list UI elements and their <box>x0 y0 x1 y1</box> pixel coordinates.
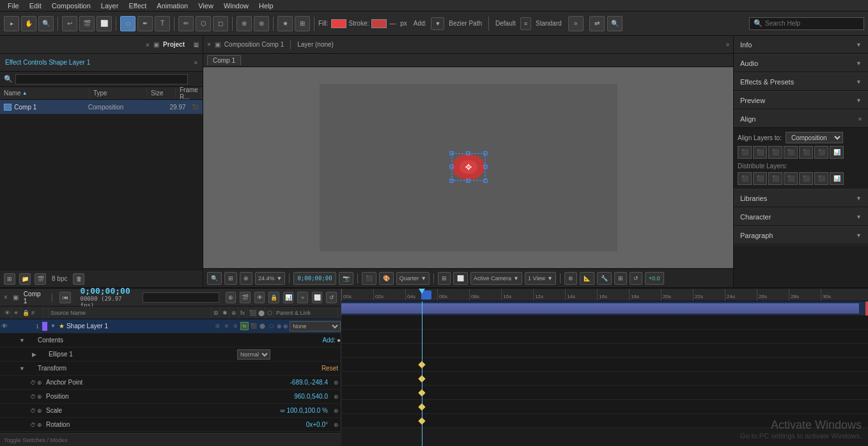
align-center-v-btn[interactable]: ⬛ <box>799 146 813 159</box>
tool-mask[interactable]: ⬜ <box>97 16 112 31</box>
search-help-box[interactable]: 🔍 <box>749 17 864 30</box>
tool-eraser[interactable]: ◻ <box>213 16 228 31</box>
magnification-btn[interactable]: 🔍 <box>207 272 222 285</box>
align-bar-chart-btn[interactable]: 📊 <box>830 146 844 159</box>
tl-hide-btn[interactable]: 👁 <box>254 292 265 303</box>
menu-composition[interactable]: Composition <box>47 0 96 12</box>
tool-camera[interactable]: 🎬 <box>79 16 95 31</box>
track-row[interactable] <box>341 400 868 414</box>
audio-section-header[interactable]: Audio ▼ <box>734 54 868 72</box>
dist-bar-chart-btn[interactable]: 📊 <box>830 172 844 185</box>
timecode-display[interactable]: 0;00;00;00 <box>80 286 134 296</box>
character-section-header[interactable]: Character ▼ <box>734 208 868 226</box>
effects-presets-header[interactable]: Effects & Presets ▼ <box>734 73 868 91</box>
table-row[interactable]: ⏱ ⊕ Anchor Point -689.0,-248.4 ⊛ <box>0 376 341 390</box>
tl-lock-btn[interactable]: 🔒 <box>268 292 279 303</box>
track-row[interactable] <box>341 358 868 372</box>
view-count-dropdown[interactable]: 1 View ▼ <box>525 272 556 285</box>
anchor-value[interactable]: -689.0,-248.4 <box>286 379 332 386</box>
table-row[interactable]: ⏱ ⊕ Position 960.0,540.0 ⊛ <box>0 390 341 404</box>
comp-panel-menu[interactable]: » <box>725 41 729 48</box>
layer-track-bar[interactable] <box>341 303 859 314</box>
pos-stopwatch[interactable]: ⏱ <box>28 392 37 401</box>
panel-close-btn[interactable]: × <box>146 41 150 49</box>
menu-window[interactable]: Window <box>219 0 254 12</box>
add-dropdown-btn[interactable]: ▼ <box>431 17 444 30</box>
dist-right-btn[interactable]: ⬛ <box>768 172 782 185</box>
tl-play-from-here[interactable]: ⏮ <box>59 292 71 303</box>
3d-btn[interactable]: ⊛ <box>564 272 577 285</box>
project-panel-menu[interactable]: ≡ <box>194 42 199 47</box>
scale-stopwatch[interactable]: ⏱ <box>28 406 37 415</box>
list-item[interactable]: Comp 1 Composition 29.97 ⬛ <box>0 100 203 114</box>
menu-help[interactable]: Help <box>254 0 279 12</box>
shape-layer-ellipse[interactable] <box>449 148 488 187</box>
contents-expand[interactable]: ▼ <box>19 337 27 344</box>
align-left-btn[interactable]: ⬛ <box>738 146 752 159</box>
panel-forward-btn[interactable]: » <box>194 59 198 66</box>
tool-text[interactable]: T <box>155 16 170 31</box>
menu-file[interactable]: File <box>3 0 24 12</box>
tool-brush[interactable]: ✏ <box>178 16 194 31</box>
menu-animation[interactable]: Animation <box>151 0 193 12</box>
tool-hand[interactable]: ✋ <box>21 16 36 31</box>
color-correct-btn[interactable]: 🎨 <box>379 272 394 285</box>
guides-btn[interactable]: 🔧 <box>597 272 612 285</box>
dist-center-v-btn[interactable]: ⬛ <box>799 172 813 185</box>
layer-ctrl-3[interactable]: ⊛ <box>231 322 240 330</box>
active-camera-dropdown[interactable]: Active Camera ▼ <box>470 272 522 285</box>
align-right-btn[interactable]: ⬛ <box>768 146 782 159</box>
comp-header-tab[interactable]: Composition Comp 1 <box>224 41 284 48</box>
rot-stop2[interactable]: ⊛ <box>332 420 341 429</box>
layer-ctrl-5[interactable]: ⬤ <box>258 322 267 330</box>
anchor-stopwatch[interactable]: ⏱ <box>28 378 37 387</box>
tool-clone[interactable]: ⬡ <box>196 16 211 31</box>
search-icon-toolbar[interactable]: 🔍 <box>607 16 623 31</box>
region-btn[interactable]: ⬜ <box>453 272 468 285</box>
layer-expand-chevron[interactable]: ▼ <box>50 323 56 329</box>
toggle-switches-bar[interactable]: Toggle Switches / Modes <box>0 433 341 446</box>
timecode-display[interactable]: 0;00;00;00 <box>293 272 336 285</box>
pos-value[interactable]: 960.0,540.0 <box>290 393 332 400</box>
quality-dropdown[interactable]: Quarter ▼ <box>396 272 430 285</box>
tl-comp-btn[interactable]: 🎬 <box>240 292 251 303</box>
stroke-color-swatch[interactable] <box>371 19 387 28</box>
zoom-dropdown[interactable]: 24.4% ▼ <box>255 272 285 285</box>
dist-bottom-btn[interactable]: ⬛ <box>814 172 828 185</box>
reset-btn[interactable]: Reset <box>319 365 341 372</box>
layer-ctrl-1[interactable]: ⊞ <box>213 322 222 330</box>
tl-refresh-btn[interactable]: ↺ <box>326 292 337 303</box>
table-row[interactable]: ▼ Transform Reset <box>0 362 341 376</box>
snapshot-btn[interactable]: 📷 <box>339 272 353 285</box>
footer-delete[interactable]: 🗑 <box>73 273 84 285</box>
track-row[interactable] <box>341 386 868 400</box>
tool-zoom[interactable]: 🔍 <box>38 16 54 31</box>
timeline-tracks[interactable] <box>341 301 868 446</box>
table-row[interactable]: ⏱ ⊕ Scale ∞ 100.0,100.0 % ⊛ <box>0 404 341 418</box>
scale-stop2[interactable]: ⊛ <box>332 406 341 415</box>
tl-draft-btn[interactable]: ⬜ <box>312 292 323 303</box>
fast-preview-btn[interactable]: ⊞ <box>438 272 451 285</box>
comp-tl-label[interactable]: Comp 1 <box>24 291 44 305</box>
preview-section-header[interactable]: Preview ▼ <box>734 92 868 109</box>
info-section-header[interactable]: Info ▼ <box>734 36 868 54</box>
tl-chart-btn[interactable]: 📊 <box>283 292 294 303</box>
comp-canvas[interactable] <box>203 67 733 268</box>
table-row[interactable]: ▼ Contents Add: ● <box>0 333 341 347</box>
add-btn[interactable]: ● <box>337 337 341 344</box>
rulers-btn[interactable]: 📐 <box>580 272 594 285</box>
track-row[interactable] <box>341 315 868 330</box>
comp-close-btn[interactable]: × <box>207 41 211 48</box>
layer-search-input[interactable] <box>143 292 219 303</box>
project-tab[interactable]: Project <box>163 41 185 48</box>
tool-undo[interactable]: ↩ <box>62 16 77 31</box>
paragraph-section-header[interactable]: Paragraph ▼ <box>734 227 868 244</box>
menu-layer[interactable]: Layer <box>96 0 124 12</box>
table-row[interactable]: ▶ Ellipse 1 Normal <box>0 347 341 362</box>
rot-value[interactable]: 0x+0.0° <box>302 421 332 428</box>
add-label[interactable]: Add: <box>322 337 336 344</box>
menu-view[interactable]: View <box>193 0 219 12</box>
dist-center-h-btn[interactable]: ⬛ <box>753 172 767 185</box>
align-bottom-btn[interactable]: ⬛ <box>814 146 828 159</box>
tool-roto[interactable]: ⊕ <box>236 16 252 31</box>
